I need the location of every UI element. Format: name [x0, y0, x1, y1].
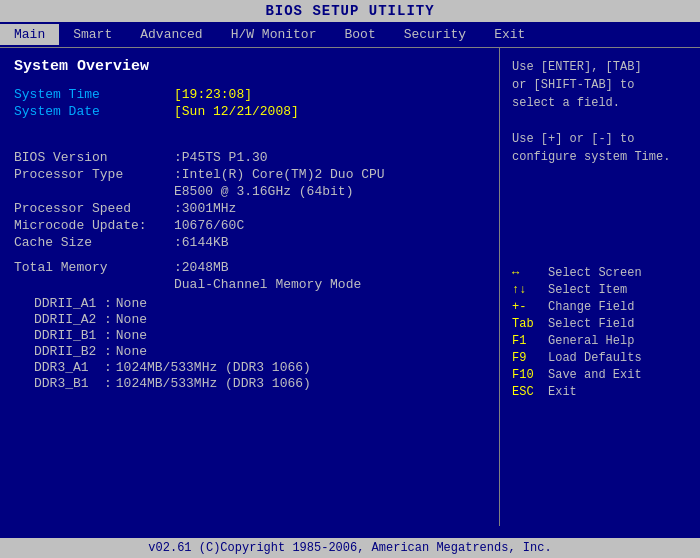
system-date-row: System Date [Sun 12/21/2008] [14, 104, 485, 119]
menu-item-advanced[interactable]: Advanced [126, 24, 216, 45]
dimm-value-ddrii_a1: None [116, 296, 147, 311]
key-symbol-4: F1 [512, 334, 548, 348]
system-date-label: System Date [14, 104, 174, 119]
key-symbol-1: ↑↓ [512, 283, 548, 297]
dimm-sep: : [104, 296, 112, 311]
microcode-label: Microcode Update: [14, 218, 174, 233]
help-line2: or [SHIFT-TAB] to [512, 76, 688, 94]
processor-type-row2: E8500 @ 3.16GHz (64bit) [14, 184, 485, 199]
right-panel: Use [ENTER], [TAB] or [SHIFT-TAB] to sel… [500, 48, 700, 526]
help-line3: select a field. [512, 94, 688, 112]
cache-sep: : [174, 235, 182, 250]
dimm-row-ddr3_b1: DDR3_B1: 1024MB/533MHz (DDR3 1066) [14, 376, 485, 391]
key-row-4: F1General Help [512, 334, 688, 348]
microcode-row: Microcode Update: 10676/60C [14, 218, 485, 233]
dimm-label-ddrii_b2: DDRII_B2 [14, 344, 104, 359]
key-action-3: Select Field [548, 317, 634, 331]
key-row-7: ESCExit [512, 385, 688, 399]
bios-version-label: BIOS Version [14, 150, 174, 165]
section-title: System Overview [14, 58, 485, 75]
dimm-row-ddrii_a2: DDRII_A2: None [14, 312, 485, 327]
menu-item-smart[interactable]: Smart [59, 24, 126, 45]
dimm-label-ddr3_a1: DDR3_A1 [14, 360, 104, 375]
processor-type-sep: : [174, 167, 182, 182]
menu-item-h-w-monitor[interactable]: H/W Monitor [217, 24, 331, 45]
dimm-sep: : [104, 312, 112, 327]
key-row-3: TabSelect Field [512, 317, 688, 331]
dimm-label-ddrii_a2: DDRII_A2 [14, 312, 104, 327]
memory-section: Total Memory : 2048MB Dual-Channel Memor… [14, 260, 485, 391]
title-bar: BIOS SETUP UTILITY [0, 0, 700, 22]
cache-label: Cache Size [14, 235, 174, 250]
processor-speed-label: Processor Speed [14, 201, 174, 216]
dimm-value-ddrii_a2: None [116, 312, 147, 327]
main-content: System Overview System Time [19:23:08] S… [0, 48, 700, 526]
system-date-value[interactable]: [Sun 12/21/2008] [174, 104, 299, 119]
processor-speed-sep: : [174, 201, 182, 216]
dimm-row-ddrii_a1: DDRII_A1: None [14, 296, 485, 311]
microcode-value: 10676/60C [174, 218, 244, 233]
key-action-6: Save and Exit [548, 368, 642, 382]
bios-version-row: BIOS Version : P45TS P1.30 [14, 150, 485, 165]
key-symbol-2: +- [512, 300, 548, 314]
dimm-row-ddr3_a1: DDR3_A1: 1024MB/533MHz (DDR3 1066) [14, 360, 485, 375]
key-symbol-6: F10 [512, 368, 548, 382]
key-row-6: F10Save and Exit [512, 368, 688, 382]
dimm-list: DDRII_A1: NoneDDRII_A2: NoneDDRII_B1: No… [14, 296, 485, 391]
help-text: Use [ENTER], [TAB] or [SHIFT-TAB] to sel… [512, 58, 688, 166]
key-row-0: ↔Select Screen [512, 266, 688, 280]
system-time-label: System Time [14, 87, 174, 102]
key-symbol-7: ESC [512, 385, 548, 399]
key-row-5: F9Load Defaults [512, 351, 688, 365]
help-line1: Use [ENTER], [TAB] [512, 58, 688, 76]
processor-speed-row: Processor Speed : 3001MHz [14, 201, 485, 216]
dimm-sep: : [104, 328, 112, 343]
menu-item-security[interactable]: Security [390, 24, 480, 45]
dimm-label-ddrii_a1: DDRII_A1 [14, 296, 104, 311]
key-action-5: Load Defaults [548, 351, 642, 365]
menu-item-exit[interactable]: Exit [480, 24, 539, 45]
system-time-row: System Time [19:23:08] [14, 87, 485, 102]
total-memory-sep: : [174, 260, 182, 275]
help-line6: configure system Time. [512, 148, 688, 166]
dimm-value-ddrii_b1: None [116, 328, 147, 343]
dimm-value-ddr3_a1: 1024MB/533MHz (DDR3 1066) [116, 360, 311, 375]
key-action-7: Exit [548, 385, 577, 399]
key-row-1: ↑↓Select Item [512, 283, 688, 297]
dimm-label-ddr3_b1: DDR3_B1 [14, 376, 104, 391]
cache-row: Cache Size : 6144KB [14, 235, 485, 250]
dimm-row-ddrii_b2: DDRII_B2: None [14, 344, 485, 359]
dimm-row-ddrii_b1: DDRII_B1: None [14, 328, 485, 343]
key-action-4: General Help [548, 334, 634, 348]
status-text: v02.61 (C)Copyright 1985-2006, American … [148, 541, 551, 555]
bios-version-sep: : [174, 150, 182, 165]
key-action-2: Change Field [548, 300, 634, 314]
processor-speed-value: 3001MHz [182, 201, 237, 216]
system-time-value[interactable]: [19:23:08] [174, 87, 252, 102]
processor-type-label2 [14, 184, 174, 199]
total-memory-value: 2048MB [182, 260, 229, 275]
dimm-sep: : [104, 360, 112, 375]
menu-item-main[interactable]: Main [0, 24, 59, 45]
processor-type-value2: E8500 @ 3.16GHz (64bit) [174, 184, 353, 199]
key-symbol-0: ↔ [512, 266, 548, 280]
separator1 [14, 127, 485, 142]
processor-type-value: Intel(R) Core(TM)2 Duo CPU [182, 167, 385, 182]
dimm-sep: : [104, 344, 112, 359]
menu-item-boot[interactable]: Boot [330, 24, 389, 45]
key-symbol-3: Tab [512, 317, 548, 331]
status-bar: v02.61 (C)Copyright 1985-2006, American … [0, 538, 700, 558]
dimm-value-ddrii_b2: None [116, 344, 147, 359]
key-symbol-5: F9 [512, 351, 548, 365]
key-list: ↔Select Screen↑↓Select Item+-Change Fiel… [512, 266, 688, 399]
key-action-1: Select Item [548, 283, 627, 297]
dimm-value-ddr3_b1: 1024MB/533MHz (DDR3 1066) [116, 376, 311, 391]
processor-type-row: Processor Type : Intel(R) Core(TM)2 Duo … [14, 167, 485, 182]
dimm-sep: : [104, 376, 112, 391]
dimm-label-ddrii_b1: DDRII_B1 [14, 328, 104, 343]
total-memory-row: Total Memory : 2048MB [14, 260, 485, 275]
total-memory-label: Total Memory [14, 260, 174, 275]
help-line5: Use [+] or [-] to [512, 130, 688, 148]
menu-bar: MainSmartAdvancedH/W MonitorBootSecurity… [0, 22, 700, 48]
bios-version-value: P45TS P1.30 [182, 150, 268, 165]
